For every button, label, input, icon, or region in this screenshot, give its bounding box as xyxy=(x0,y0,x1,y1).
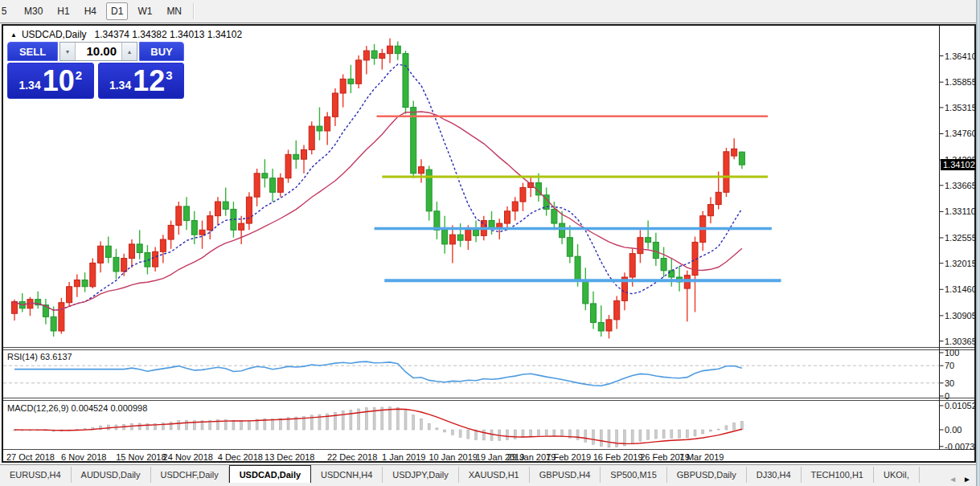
candle-body xyxy=(520,187,526,202)
date-axis-label: 16 Feb 2019 xyxy=(593,452,643,462)
sell-price-button[interactable]: 1.34102 xyxy=(7,63,94,99)
candle-body xyxy=(465,230,471,240)
volume-value[interactable]: 10.00 xyxy=(76,43,121,60)
macd-bar xyxy=(420,419,422,430)
timeframe-button-w1[interactable]: W1 xyxy=(133,2,157,20)
chart-tab-dj30-h4[interactable]: DJ30,H4 xyxy=(747,467,802,484)
date-axis-label: 1 Jan 2019 xyxy=(382,452,425,462)
candle-body xyxy=(591,304,597,322)
macd-bar xyxy=(616,430,618,447)
candle-body xyxy=(512,202,518,211)
macd-bar xyxy=(530,430,532,436)
chart-tab-gbpusd-daily[interactable]: GBPUSD,Daily xyxy=(667,467,747,484)
macd-bar xyxy=(679,430,681,438)
volume-decrease-button[interactable]: ▾ xyxy=(60,43,76,60)
volume-increase-button[interactable]: ▴ xyxy=(121,43,137,60)
chart-tab-sp500-m15[interactable]: SP500,M15 xyxy=(601,467,666,484)
candle-body xyxy=(504,211,510,223)
chart-tab-xauusd-h1[interactable]: XAUUSD,H1 xyxy=(459,467,530,484)
trading-terminal: 5M30H1H4D1W1MN ▲USDCAD,Daily1.34374 1.34… xyxy=(0,0,980,486)
chart-tab-gbpusd-h4[interactable]: GBPUSD,H4 xyxy=(530,467,601,484)
candle-body xyxy=(176,206,182,225)
collapse-triangle-icon[interactable]: ▲ xyxy=(10,31,17,39)
candle-body xyxy=(614,300,620,319)
candle-body xyxy=(707,205,713,216)
macd-bar xyxy=(631,430,634,443)
candle-body xyxy=(403,54,408,108)
chart-tab-usdjpy-daily[interactable]: USDJPY,Daily xyxy=(383,467,459,484)
price-axis-label: 1.30365 xyxy=(945,337,977,346)
macd-bar xyxy=(553,430,556,436)
timeframe-button-mn[interactable]: MN xyxy=(162,2,187,20)
price-axis-label: 1.33665 xyxy=(945,181,977,190)
macd-bar xyxy=(608,430,610,447)
candle-body xyxy=(184,206,190,221)
date-axis-label: 7 Feb 2019 xyxy=(546,452,591,462)
timeframe-button-m30[interactable]: M30 xyxy=(19,2,47,20)
macd-bar xyxy=(600,430,602,447)
macd-bar xyxy=(404,410,407,430)
rsi-indicator-label: RSI(14) 63.6137 xyxy=(7,352,72,361)
timeframe-button-5[interactable]: 5 xyxy=(0,2,14,20)
date-axis-label: 4 Dec 2018 xyxy=(218,452,263,462)
macd-bar xyxy=(459,430,461,437)
sell-price-pips: 10 xyxy=(43,67,75,95)
price-axis-label: 1.35855 xyxy=(945,77,977,87)
candle-body xyxy=(606,320,612,331)
macd-bar xyxy=(365,408,367,430)
buy-price-button[interactable]: 1.34123 xyxy=(98,63,185,99)
volume-stepper[interactable]: ▾ 10.00 ▴ xyxy=(59,42,137,61)
macd-bar xyxy=(232,420,235,430)
chart-tab-usdchf-daily[interactable]: USDCHF,Daily xyxy=(151,467,229,484)
chart-tab-ukoil[interactable]: UKOil, xyxy=(874,467,920,484)
macd-axis-label: -0.0073 xyxy=(945,442,974,451)
candle-body xyxy=(59,303,64,331)
candle-body xyxy=(340,79,346,93)
macd-bar xyxy=(358,409,360,430)
candle-body xyxy=(732,149,737,156)
timeframe-button-h4[interactable]: H4 xyxy=(80,2,101,20)
chart-tab-audusd-daily[interactable]: AUDUSD,Daily xyxy=(72,467,151,484)
macd-axis-label: 0.010525 xyxy=(945,401,980,410)
window-edge-scrollbar[interactable] xyxy=(976,0,980,486)
candle-body xyxy=(67,287,72,303)
macd-bar xyxy=(662,430,665,439)
candle-body xyxy=(434,211,440,230)
macd-bar xyxy=(702,430,704,434)
candle-body xyxy=(74,280,80,287)
chart-tab-usdcnh-h4[interactable]: USDCNH,H4 xyxy=(311,467,383,484)
macd-bar xyxy=(178,421,180,430)
date-axis-label: 10 Jan 2019 xyxy=(428,452,478,462)
buy-price-pips: 12 xyxy=(133,67,165,95)
sell-button[interactable]: SELL xyxy=(7,42,58,61)
macd-bar xyxy=(248,420,250,430)
macd-bar xyxy=(342,410,344,430)
macd-bar xyxy=(686,430,688,438)
chart-tab-tech100-h1[interactable]: TECH100,H1 xyxy=(802,467,874,484)
candle-body xyxy=(207,216,213,231)
candle-body xyxy=(301,149,307,159)
macd-bar xyxy=(428,423,430,430)
up-arrow-icon: ▴ xyxy=(128,48,131,55)
candle-body xyxy=(489,221,494,228)
macd-bar xyxy=(654,430,657,439)
macd-bar xyxy=(561,430,564,437)
macd-bar xyxy=(444,430,446,432)
chart-tab-eurusd-h4[interactable]: EURUSD,H4 xyxy=(0,467,72,484)
timeframe-button-h1[interactable]: H1 xyxy=(52,2,74,20)
macd-bar xyxy=(506,430,508,440)
macd-indicator-label: MACD(12,26,9) 0.004524 0.000998 xyxy=(7,403,147,413)
macd-bar xyxy=(186,420,188,430)
buy-button[interactable]: BUY xyxy=(139,42,184,61)
timeframe-button-d1[interactable]: D1 xyxy=(106,2,128,20)
chart-tab-usdcad-daily[interactable]: USDCAD,Daily xyxy=(229,465,311,484)
macd-bar xyxy=(545,430,547,435)
candle-body xyxy=(12,302,18,314)
macd-bar xyxy=(522,430,524,438)
macd-bar xyxy=(717,429,720,430)
macd-bar xyxy=(467,430,469,439)
rsi-axis-label: 0 xyxy=(945,391,949,401)
chart-tab-bar: EURUSD,H4AUDUSD,DailyUSDCHF,DailyUSDCAD,… xyxy=(0,464,976,484)
candle-body xyxy=(285,154,291,178)
buy-price-prefix: 1.34 xyxy=(109,79,131,92)
